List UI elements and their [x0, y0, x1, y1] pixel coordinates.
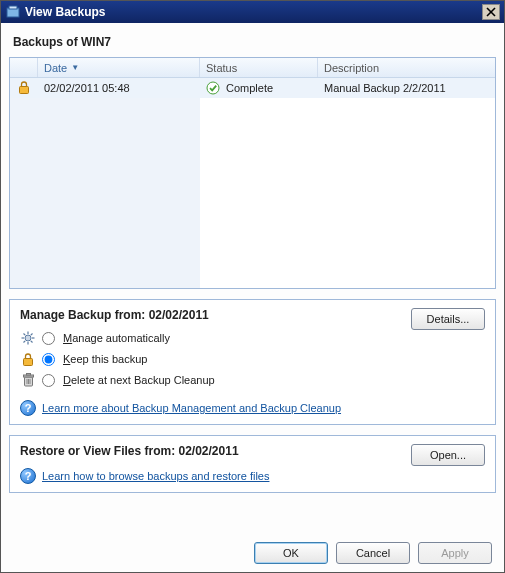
- label-keep-rest: eep this backup: [70, 353, 147, 365]
- manage-panel: Manage Backup from: 02/02/2011 Details..…: [9, 299, 496, 425]
- column-label-date: Date: [44, 62, 67, 74]
- column-header-status[interactable]: Status: [200, 58, 318, 77]
- column-header-lock[interactable]: [10, 58, 38, 77]
- radio-keep[interactable]: [42, 353, 55, 366]
- label-keep: Keep this backup: [63, 353, 147, 365]
- label-delete-rest: elete at next Backup Cleanup: [71, 374, 215, 386]
- svg-line-11: [24, 334, 26, 336]
- cell-status[interactable]: Complete: [200, 78, 318, 98]
- lock-icon: [18, 81, 30, 94]
- svg-point-5: [207, 82, 219, 94]
- window-title: View Backups: [25, 5, 482, 19]
- titlebar: View Backups: [1, 1, 504, 23]
- manage-help-row: ? Learn more about Backup Management and…: [20, 400, 485, 416]
- label-delete: Delete at next Backup Cleanup: [63, 374, 215, 386]
- help-icon: ?: [20, 400, 36, 416]
- gear-icon: [20, 331, 36, 345]
- close-icon: [486, 7, 496, 17]
- help-icon: ?: [20, 468, 36, 484]
- dialog-buttons: OK Cancel Apply: [9, 528, 496, 564]
- radio-delete[interactable]: [42, 374, 55, 387]
- option-delete[interactable]: Delete at next Backup Cleanup: [20, 370, 485, 390]
- cell-description[interactable]: Manual Backup 2/2/2011: [318, 78, 495, 98]
- cell-date[interactable]: 02/02/2011 05:48: [38, 78, 200, 98]
- svg-point-6: [25, 335, 31, 341]
- app-icon: [5, 4, 21, 20]
- manage-learn-link[interactable]: Learn more about Backup Management and B…: [42, 402, 341, 414]
- column-header-date[interactable]: Date ▼: [38, 58, 200, 77]
- check-icon: [206, 81, 220, 95]
- column-label-description: Description: [324, 62, 379, 74]
- restore-help-row: ? Learn how to browse backups and restor…: [20, 468, 485, 484]
- column-header-description[interactable]: Description: [318, 58, 495, 77]
- status-text: Complete: [226, 82, 273, 94]
- backups-grid: Date ▼ Status Description 02/02/2011 05:…: [9, 57, 496, 289]
- cancel-button[interactable]: Cancel: [336, 542, 410, 564]
- radio-auto[interactable]: [42, 332, 55, 345]
- open-button[interactable]: Open...: [411, 444, 485, 466]
- page-heading: Backups of WIN7: [9, 31, 496, 57]
- option-keep[interactable]: Keep this backup: [20, 349, 485, 369]
- grid-body: 02/02/2011 05:48 Complete Manual Backup …: [10, 78, 495, 288]
- option-auto[interactable]: Manage automatically: [20, 328, 485, 348]
- trash-icon: [20, 373, 36, 387]
- label-auto-rest: anage automatically: [72, 332, 170, 344]
- svg-line-14: [24, 341, 26, 343]
- svg-rect-15: [24, 358, 33, 365]
- svg-rect-1: [9, 6, 17, 9]
- restore-panel: Restore or View Files from: 02/02/2011 O…: [9, 435, 496, 493]
- svg-rect-18: [26, 374, 30, 376]
- sort-desc-icon: ▼: [71, 63, 79, 72]
- cell-lock[interactable]: [10, 78, 38, 98]
- grid-header: Date ▼ Status Description: [10, 58, 495, 78]
- restore-learn-link[interactable]: Learn how to browse backups and restore …: [42, 470, 269, 482]
- close-button[interactable]: [482, 4, 500, 20]
- column-label-status: Status: [206, 62, 237, 74]
- label-auto: Manage automatically: [63, 332, 170, 344]
- svg-line-12: [31, 341, 33, 343]
- details-button[interactable]: Details...: [411, 308, 485, 330]
- svg-rect-4: [20, 87, 29, 94]
- apply-button: Apply: [418, 542, 492, 564]
- ok-button[interactable]: OK: [254, 542, 328, 564]
- lock-icon: [20, 353, 36, 366]
- svg-line-13: [31, 334, 33, 336]
